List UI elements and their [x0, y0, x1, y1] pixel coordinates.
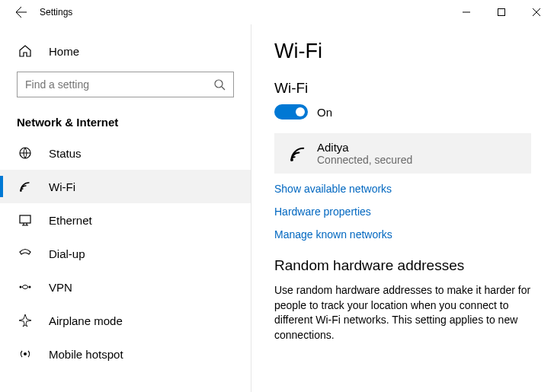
wifi-toggle[interactable] [274, 104, 308, 120]
sidebar-item-hotspot[interactable]: Mobile hotspot [0, 337, 251, 371]
network-status: Connected, secured [317, 154, 412, 166]
sidebar-item-label: Status [49, 147, 82, 160]
svg-point-8 [290, 158, 293, 161]
sidebar-item-label: Mobile hotspot [49, 348, 123, 361]
svg-point-7 [24, 352, 27, 355]
search-box[interactable] [17, 72, 234, 97]
svg-rect-4 [20, 215, 30, 223]
sidebar-item-dialup[interactable]: Dial-up [0, 237, 251, 270]
sidebar-item-ethernet[interactable]: Ethernet [0, 203, 251, 237]
dialup-icon [17, 247, 34, 260]
maximize-button[interactable] [484, 0, 519, 24]
sidebar-item-label: Dial-up [49, 247, 85, 260]
link-show-available[interactable]: Show available networks [274, 183, 531, 195]
svg-point-3 [20, 190, 21, 191]
search-input[interactable] [25, 78, 213, 91]
sidebar-item-label: Airplane mode [49, 314, 123, 327]
random-hw-body: Use random hardware addresses to make it… [274, 283, 531, 343]
sidebar-item-label: Wi-Fi [49, 180, 75, 193]
link-hardware-properties[interactable]: Hardware properties [274, 206, 531, 218]
wifi-subheading: Wi-Fi [274, 80, 531, 97]
svg-rect-0 [498, 9, 505, 16]
ethernet-icon [17, 213, 34, 227]
airplane-icon [17, 314, 34, 327]
wifi-icon [17, 180, 34, 193]
vpn-icon [17, 280, 34, 294]
content: Wi-Fi Wi-Fi On Aditya Connected, secured… [251, 24, 554, 392]
random-hw-title: Random hardware addresses [274, 257, 531, 274]
wifi-toggle-row: On [274, 104, 531, 120]
search-icon [213, 78, 226, 91]
sidebar-section-header: Network & Internet [0, 108, 251, 136]
close-button[interactable] [519, 0, 554, 24]
arrow-left-icon [15, 6, 27, 18]
sidebar-item-label: Ethernet [49, 214, 92, 227]
sidebar-item-status[interactable]: Status [0, 136, 251, 170]
home-icon [17, 44, 34, 58]
maximize-icon [498, 8, 505, 16]
status-icon [17, 146, 34, 160]
window-title: Settings [37, 7, 72, 18]
link-manage-known[interactable]: Manage known networks [274, 228, 531, 241]
hotspot-icon [17, 347, 34, 361]
sidebar-item-airplane[interactable]: Airplane mode [0, 304, 251, 337]
svg-point-1 [215, 80, 223, 88]
back-button[interactable] [6, 6, 37, 18]
wifi-signal-icon [285, 144, 311, 164]
svg-point-6 [29, 286, 31, 288]
sidebar: Home Network & Internet Status [0, 24, 251, 392]
sidebar-item-wifi[interactable]: Wi-Fi [0, 170, 251, 203]
wifi-toggle-label: On [317, 106, 332, 119]
network-name: Aditya [317, 141, 412, 154]
window-controls [449, 0, 554, 24]
page-title: Wi-Fi [274, 40, 531, 63]
current-network[interactable]: Aditya Connected, secured [274, 133, 531, 174]
sidebar-item-vpn[interactable]: VPN [0, 270, 251, 304]
sidebar-home[interactable]: Home [0, 37, 251, 65]
sidebar-item-label: VPN [49, 281, 72, 294]
close-icon [533, 8, 540, 16]
minimize-button[interactable] [449, 0, 484, 24]
sidebar-home-label: Home [49, 45, 79, 58]
minimize-icon [463, 8, 470, 16]
svg-point-5 [20, 286, 22, 288]
